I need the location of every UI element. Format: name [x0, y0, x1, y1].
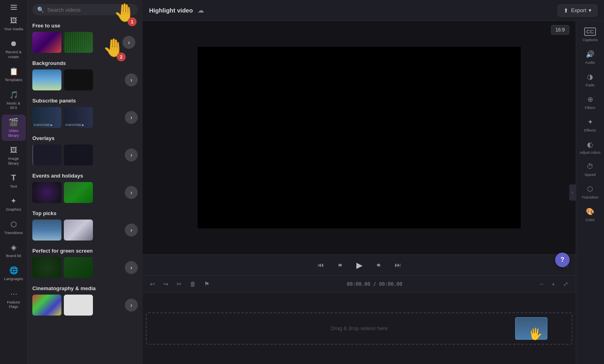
- section-events-holidays: Events and holidays ›: [27, 169, 143, 205]
- sidebar-item-record[interactable]: ⏺ Record & create: [2, 36, 26, 62]
- events-more-btn[interactable]: ›: [125, 186, 138, 199]
- captions-icon: CC: [584, 27, 596, 36]
- right-item-fade[interactable]: ◑ Fade: [578, 69, 603, 90]
- events-thumb-1[interactable]: [32, 182, 61, 203]
- sidebar-item-text[interactable]: T Text: [2, 170, 26, 192]
- media-icon: 🖼: [9, 16, 18, 25]
- section-title-free-to-use: Free to use: [32, 23, 138, 29]
- section-title-events-holidays: Events and holidays: [32, 173, 138, 179]
- events-thumb-2[interactable]: [64, 182, 93, 203]
- sidebar-item-languages[interactable]: 🌐 Languages: [2, 263, 26, 284]
- cinema-more-btn[interactable]: ›: [125, 299, 138, 312]
- rewind-button[interactable]: [335, 259, 346, 271]
- overlays-more-btn[interactable]: ›: [125, 149, 138, 161]
- sidebar-item-templates[interactable]: 📋 Templates: [2, 64, 26, 85]
- subscribe-more-btn[interactable]: ›: [125, 111, 138, 124]
- sidebar-item-transitions[interactable]: ⬡ Transitions: [2, 217, 26, 238]
- green-thumb-1[interactable]: [32, 257, 61, 278]
- free-thumb-2[interactable]: [64, 32, 93, 53]
- free-to-use-more-btn[interactable]: ›: [122, 36, 135, 49]
- speed-label: Speed: [585, 172, 596, 177]
- text-icon: T: [9, 174, 18, 182]
- audio-icon: 🔊: [586, 50, 594, 59]
- sub-thumb-2[interactable]: SUBSCRIBE ▶: [64, 107, 93, 128]
- cinema-thumb-1[interactable]: [32, 295, 61, 316]
- skip-to-start-button[interactable]: ⏮: [315, 259, 326, 271]
- sidebar-item-your-media[interactable]: 🖼 Your media: [2, 13, 26, 34]
- undo-button[interactable]: ↩: [147, 279, 158, 289]
- speed-icon: ⏱: [587, 163, 593, 171]
- video-panel: 🔍 Free to use › 🤚 1 Backgrounds ›: [27, 0, 143, 364]
- playback-controls: ⏮ ▶ ⏭ ⛶: [143, 254, 576, 275]
- cinema-thumb-2[interactable]: [64, 295, 93, 316]
- right-item-color[interactable]: 🎨 Color: [578, 204, 603, 225]
- timeline-toolbar: ↩ ↪ ✂ 🗑 ⚑ 00:00.00 / 00:00.00 − + ⤢: [143, 276, 576, 293]
- color-icon: 🎨: [586, 207, 594, 216]
- section-overlays: Overlays ›: [27, 132, 143, 167]
- right-item-audio[interactable]: 🔊 Audio: [578, 47, 603, 68]
- video-preview: [143, 21, 576, 254]
- panel-collapse-arrow[interactable]: ‹: [569, 184, 576, 201]
- section-title-subscribe-panels: Subscribe panels: [32, 98, 138, 104]
- overlay-thumb-1[interactable]: [32, 144, 61, 165]
- search-input[interactable]: [47, 7, 133, 13]
- filters-label: Filters: [585, 105, 596, 110]
- backgrounds-more-btn[interactable]: › 🤚 2: [125, 73, 138, 86]
- top-picks-more-btn[interactable]: ›: [125, 224, 138, 236]
- skip-to-end-button[interactable]: ⏭: [392, 259, 404, 271]
- sidebar-item-feature-flags[interactable]: ⋯ Feature Flags: [2, 286, 26, 312]
- export-label: Export: [571, 7, 586, 13]
- sidebar-item-video-library[interactable]: 🎬 Video library: [2, 115, 26, 141]
- drop-zone[interactable]: Drag & drop videos here 🖐: [146, 312, 572, 345]
- fade-label: Fade: [586, 83, 595, 87]
- bg-thumb-2[interactable]: [64, 69, 93, 90]
- sidebar-item-brand-kit[interactable]: ◈ Brand kit: [2, 240, 26, 261]
- top-thumb-1[interactable]: [32, 220, 61, 241]
- search-icon: 🔍: [37, 6, 44, 13]
- transition-label: Transition: [582, 195, 598, 199]
- section-green-screen: Perfect for green screen ›: [27, 245, 143, 280]
- right-item-filters[interactable]: ⊕ Filters: [578, 92, 603, 113]
- sidebar-item-image-library[interactable]: 🖼 Image library: [2, 142, 26, 169]
- help-button[interactable]: ?: [555, 253, 570, 267]
- hamburger-menu[interactable]: [9, 3, 19, 11]
- zoom-in-button[interactable]: +: [549, 279, 558, 289]
- right-item-captions[interactable]: CC Captions: [578, 24, 603, 45]
- green-screen-more-btn[interactable]: ›: [125, 261, 138, 274]
- redo-button[interactable]: ↪: [161, 279, 171, 289]
- sidebar-item-graphics[interactable]: ✦ Graphics: [2, 193, 26, 215]
- fit-button[interactable]: ⤢: [561, 279, 571, 289]
- right-item-speed[interactable]: ⏱ Speed: [578, 159, 603, 180]
- bg-thumb-1[interactable]: [32, 69, 61, 90]
- backgrounds-thumbs: › 🤚 2: [32, 69, 138, 90]
- main-area: Highlight video ☁ ⬆ Export ▾ 16:9 ⏮: [143, 0, 604, 364]
- mark-button[interactable]: ⚑: [202, 279, 212, 289]
- green-thumb-2[interactable]: [64, 257, 93, 278]
- export-button[interactable]: ⬆ Export ▾: [558, 4, 598, 17]
- sidebar-item-music[interactable]: 🎵 Music & SFX: [2, 87, 26, 113]
- right-item-adjust-colors[interactable]: ◐ Adjust colors: [578, 137, 603, 158]
- top-thumb-2[interactable]: [64, 220, 93, 241]
- top-bar: Highlight video ☁ ⬆ Export ▾: [143, 0, 604, 21]
- right-sidebar: CC Captions 🔊 Audio ◑ Fade ⊕ Filters ✦ E…: [576, 21, 604, 364]
- overlay-thumb-2[interactable]: [64, 144, 93, 165]
- play-button[interactable]: ▶: [354, 258, 365, 272]
- cut-button[interactable]: ✂: [174, 279, 184, 289]
- top-picks-thumbs: ›: [32, 220, 138, 241]
- sub-thumb-1[interactable]: SUBSCRIBE ▶: [32, 107, 61, 128]
- project-title: Highlight video: [149, 7, 193, 14]
- fade-icon: ◑: [587, 73, 593, 81]
- cinema-thumbs: ›: [32, 295, 138, 316]
- delete-button[interactable]: 🗑: [187, 279, 198, 289]
- right-item-effects[interactable]: ✦ Effects: [578, 115, 603, 136]
- export-icon: ⬆: [564, 7, 568, 14]
- record-icon: ⏺: [9, 39, 18, 48]
- right-item-transition[interactable]: ⬡ Transition: [578, 182, 603, 203]
- brand-kit-icon: ◈: [9, 243, 18, 252]
- free-thumb-1[interactable]: [32, 32, 61, 53]
- zoom-out-button[interactable]: −: [537, 279, 546, 289]
- effects-label: Effects: [584, 128, 596, 132]
- drop-zone-text: Drag & drop videos here: [331, 325, 388, 331]
- forward-button[interactable]: [373, 259, 384, 271]
- aspect-ratio-badge[interactable]: 16:9: [551, 25, 569, 35]
